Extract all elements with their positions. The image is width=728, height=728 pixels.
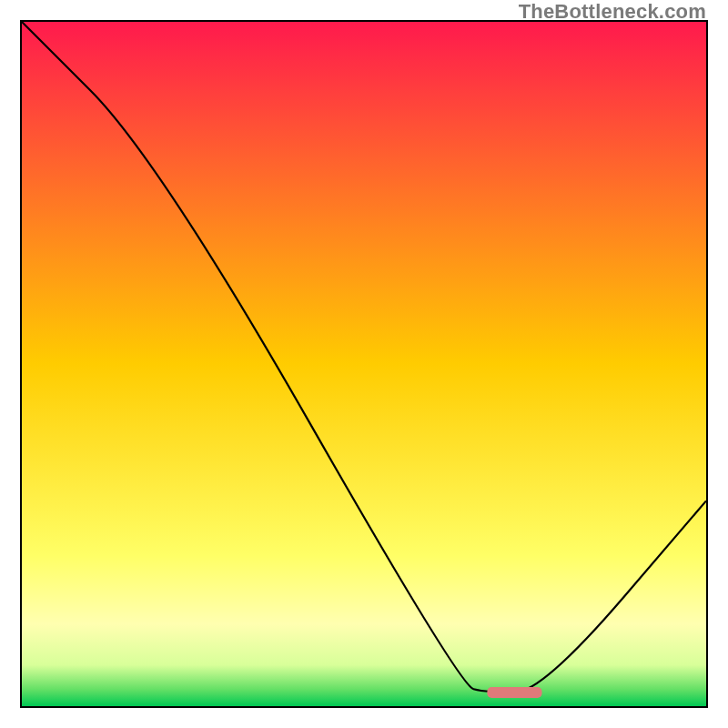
optimal-range-marker xyxy=(487,687,541,698)
chart-plot-area xyxy=(20,20,708,708)
chart-background xyxy=(22,22,706,706)
chart-svg xyxy=(22,22,706,706)
